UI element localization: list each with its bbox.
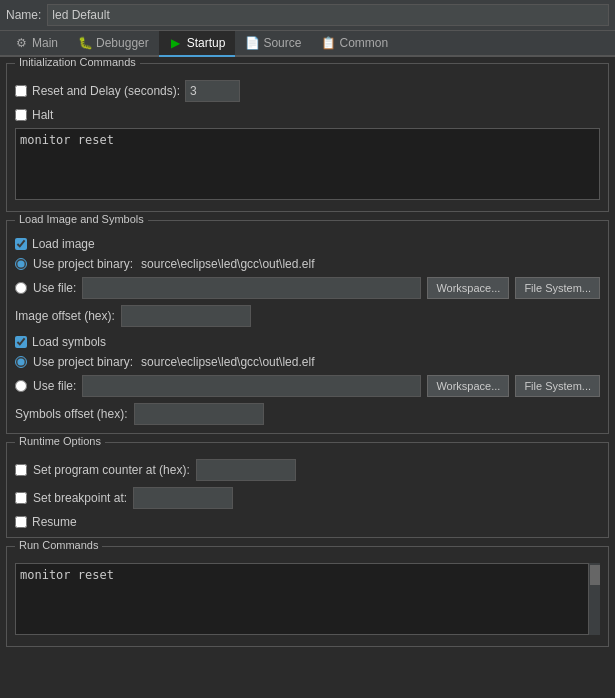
run-commands-textarea[interactable]: monitor reset: [15, 563, 600, 635]
debugger-icon: 🐛: [78, 36, 92, 50]
use-file-1-row: Use file: Workspace... File System...: [15, 277, 600, 299]
set-pc-label: Set program counter at (hex):: [33, 463, 190, 477]
resume-label: Resume: [32, 515, 77, 529]
file-system-1-button[interactable]: File System...: [515, 277, 600, 299]
use-file-1-label: Use file:: [33, 281, 76, 295]
load-image-checkbox[interactable]: [15, 238, 27, 250]
image-offset-input[interactable]: [121, 305, 251, 327]
load-symbols-row: Load symbols: [15, 335, 600, 349]
tab-main[interactable]: ⚙ Main: [4, 31, 68, 57]
load-symbols-label: Load symbols: [32, 335, 106, 349]
initialization-section: Initialization Commands Reset and Delay …: [6, 63, 609, 212]
symbols-offset-row: Symbols offset (hex):: [15, 403, 600, 425]
tab-common[interactable]: 📋 Common: [311, 31, 398, 57]
reset-delay-row: Reset and Delay (seconds):: [15, 80, 600, 102]
source-icon: 📄: [245, 36, 259, 50]
run-commands-area: monitor reset: [15, 553, 600, 638]
load-image-section: Load Image and Symbols Load image Use pr…: [6, 220, 609, 434]
main-icon: ⚙: [14, 36, 28, 50]
halt-label: Halt: [32, 108, 53, 122]
name-input[interactable]: [47, 4, 609, 26]
use-file-2-input[interactable]: [82, 375, 421, 397]
reset-delay-input[interactable]: [185, 80, 240, 102]
run-commands-title: Run Commands: [15, 539, 102, 551]
halt-row: Halt: [15, 108, 600, 122]
reset-delay-checkbox[interactable]: [15, 85, 27, 97]
image-offset-label: Image offset (hex):: [15, 309, 115, 323]
use-project-binary-1-row: Use project binary: source\eclipse\led\g…: [15, 257, 600, 271]
set-breakpoint-row: Set breakpoint at:: [15, 487, 600, 509]
use-project-binary-1-label: Use project binary:: [33, 257, 133, 271]
load-image-row: Load image: [15, 237, 600, 251]
reset-delay-label: Reset and Delay (seconds):: [32, 84, 180, 98]
scrollbar-thumb: [590, 565, 600, 585]
set-pc-checkbox[interactable]: [15, 464, 27, 476]
file-system-2-button[interactable]: File System...: [515, 375, 600, 397]
set-pc-row: Set program counter at (hex):: [15, 459, 600, 481]
symbols-offset-input[interactable]: [134, 403, 264, 425]
run-commands-section: Run Commands monitor reset: [6, 546, 609, 647]
set-breakpoint-label: Set breakpoint at:: [33, 491, 127, 505]
tab-bar: ⚙ Main 🐛 Debugger ▶ Startup 📄 Source 📋 C…: [0, 31, 615, 57]
initialization-title: Initialization Commands: [15, 57, 140, 68]
use-file-1-input[interactable]: [82, 277, 421, 299]
tab-startup[interactable]: ▶ Startup: [159, 31, 236, 57]
use-project-binary-2-row: Use project binary: source\eclipse\led\g…: [15, 355, 600, 369]
use-file-1-radio[interactable]: [15, 282, 27, 294]
set-breakpoint-checkbox[interactable]: [15, 492, 27, 504]
runtime-options-title: Runtime Options: [15, 435, 105, 447]
image-offset-row: Image offset (hex):: [15, 305, 600, 327]
use-file-2-label: Use file:: [33, 379, 76, 393]
use-project-binary-2-radio[interactable]: [15, 356, 27, 368]
top-bar: Name:: [0, 0, 615, 31]
use-project-binary-1-radio[interactable]: [15, 258, 27, 270]
load-image-title: Load Image and Symbols: [15, 213, 148, 225]
workspace-1-button[interactable]: Workspace...: [427, 277, 509, 299]
set-pc-input[interactable]: [196, 459, 296, 481]
project-binary-1-path: source\eclipse\led\gcc\out\led.elf: [141, 257, 314, 271]
tab-source[interactable]: 📄 Source: [235, 31, 311, 57]
resume-row: Resume: [15, 515, 600, 529]
scrollbar[interactable]: [588, 563, 600, 635]
project-binary-2-path: source\eclipse\led\gcc\out\led.elf: [141, 355, 314, 369]
set-breakpoint-input[interactable]: [133, 487, 233, 509]
halt-checkbox[interactable]: [15, 109, 27, 121]
common-icon: 📋: [321, 36, 335, 50]
use-file-2-row: Use file: Workspace... File System...: [15, 375, 600, 397]
load-image-label: Load image: [32, 237, 95, 251]
runtime-options-section: Runtime Options Set program counter at (…: [6, 442, 609, 538]
name-label: Name:: [6, 8, 41, 22]
resume-checkbox[interactable]: [15, 516, 27, 528]
load-symbols-checkbox[interactable]: [15, 336, 27, 348]
workspace-2-button[interactable]: Workspace...: [427, 375, 509, 397]
startup-icon: ▶: [169, 36, 183, 50]
use-project-binary-2-label: Use project binary:: [33, 355, 133, 369]
symbols-offset-label: Symbols offset (hex):: [15, 407, 128, 421]
initialization-commands-textarea[interactable]: monitor reset: [15, 128, 600, 200]
content-area: Initialization Commands Reset and Delay …: [0, 57, 615, 695]
tab-debugger[interactable]: 🐛 Debugger: [68, 31, 159, 57]
use-file-2-radio[interactable]: [15, 380, 27, 392]
